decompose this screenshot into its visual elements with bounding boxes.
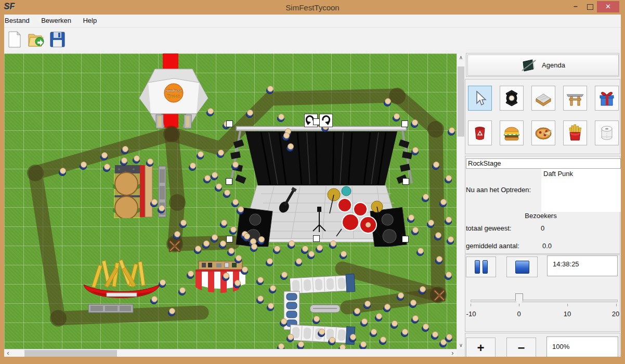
burger-icon [502, 124, 521, 142]
new-file-button[interactable] [5, 30, 24, 49]
visitors-avg-value: 0.0 [542, 242, 552, 250]
trashcan-icon [471, 124, 489, 142]
burger-stand-object[interactable] [111, 165, 172, 218]
tool-fries-button[interactable] [563, 120, 587, 145]
dirt-path[interactable] [172, 134, 178, 244]
burger-left-bottom [113, 196, 140, 218]
pause-icon [483, 260, 488, 274]
selection-handle[interactable] [402, 178, 409, 185]
spotlight-icon [503, 89, 520, 107]
close-button[interactable]: ✕ [597, 1, 619, 12]
tool-trashcan-button[interactable] [468, 120, 492, 145]
slider-tick [471, 304, 471, 306]
stop-button[interactable] [506, 257, 538, 277]
menu-help[interactable]: Help [78, 15, 101, 26]
rotate-right-button[interactable] [319, 114, 333, 127]
window-border-bottom [0, 357, 625, 364]
entrance-gate-icon [566, 89, 584, 107]
visitors-total-label: totaal geweest: [466, 224, 511, 232]
speaker-left [236, 207, 272, 247]
minus-icon: − [517, 342, 525, 354]
visitors-avg-label: gemiddeld aantal: [466, 242, 519, 250]
visitors-total-value: 0 [541, 224, 544, 232]
selection-handle[interactable] [313, 118, 320, 125]
tool-pizza-button[interactable] [531, 120, 555, 145]
dirt-path[interactable] [347, 295, 438, 307]
new-file-icon [6, 30, 23, 49]
pause-button[interactable] [466, 257, 496, 277]
clock-display: 14:38:25 [547, 255, 618, 276]
stage-name-input[interactable]: RockStage [466, 158, 621, 169]
fries-stand-object[interactable] [80, 259, 164, 317]
path-junction [389, 88, 406, 104]
now-playing-value: Daft Punk [541, 169, 621, 212]
tool-spotlight-button[interactable] [500, 86, 524, 111]
rotate-right-icon [320, 114, 331, 126]
vertical-scrollbar[interactable]: ∧ ∨ [457, 53, 465, 349]
scrollbar-corner [457, 349, 465, 357]
selection-handle[interactable] [226, 236, 233, 242]
minimize-button[interactable]: – [568, 1, 583, 12]
maximize-button[interactable] [582, 1, 598, 12]
zoom-level-display: 100% [546, 336, 618, 358]
selection-handle[interactable] [401, 120, 408, 127]
tool-path-button[interactable] [531, 86, 555, 111]
tool-entrance-button[interactable] [563, 86, 587, 111]
scroll-right-icon[interactable]: › [449, 349, 457, 357]
titlebar[interactable]: SF SimFestTycoon – ✕ [0, 0, 625, 15]
open-file-icon [27, 30, 45, 49]
tool-burger-button[interactable] [500, 120, 524, 145]
save-button[interactable] [48, 30, 67, 49]
vertical-scrollbar-thumb[interactable] [458, 66, 464, 137]
dirt-path[interactable] [175, 242, 233, 244]
selection-handle[interactable] [402, 236, 409, 242]
festival-canvas[interactable]: SimFest Tycoon [4, 53, 457, 349]
toilet-block-object[interactable] [280, 272, 358, 345]
slider-label-max: 20 [612, 310, 619, 318]
window-border-right [621, 15, 625, 364]
market-tent-object[interactable] [196, 260, 245, 294]
slider-label-10: 10 [564, 310, 571, 318]
horizontal-scrollbar-thumb[interactable] [24, 350, 117, 357]
slider-tick [616, 304, 617, 306]
menu-bestand[interactable]: Bestand [0, 15, 34, 26]
pizza-icon [534, 124, 553, 142]
windmill-sign-1[interactable] [167, 239, 182, 253]
window-border-left [0, 15, 4, 364]
zoom-out-button[interactable]: − [506, 338, 536, 358]
open-file-button[interactable] [27, 30, 45, 49]
tool-select-button[interactable] [468, 86, 492, 111]
now-playing-label: Nu aan het Optreden: [466, 186, 531, 194]
cursor-icon [472, 90, 488, 106]
selection-handle[interactable] [226, 120, 233, 127]
toolbar [0, 28, 625, 50]
toilet-roll-icon [598, 124, 616, 142]
visitors-header: Bezoekers [484, 212, 598, 220]
save-icon [49, 30, 66, 49]
pause-icon [475, 260, 480, 274]
scroll-left-icon[interactable]: ‹ [4, 349, 12, 357]
menu-bewerken[interactable]: Bewerken [36, 15, 76, 26]
slider-label-0: 0 [517, 310, 520, 318]
speed-slider-track[interactable] [471, 300, 618, 302]
tool-gift-button[interactable] [595, 86, 619, 111]
path-junction [427, 121, 444, 138]
scroll-down-icon[interactable]: ∨ [457, 341, 465, 349]
menubar: Bestand Bewerken Help [0, 15, 625, 28]
stage-object[interactable] [230, 121, 413, 247]
svg-text:Tycoon: Tycoon [167, 94, 180, 98]
gift-icon [597, 89, 616, 107]
agenda-book-icon [521, 59, 537, 72]
entrance-tent-object[interactable]: SimFest Tycoon [135, 63, 212, 129]
stop-icon [515, 261, 529, 274]
scroll-up-icon[interactable]: ∧ [457, 53, 465, 61]
tool-toiletroll-button[interactable] [595, 120, 619, 145]
horizontal-scrollbar[interactable]: ‹ › [4, 349, 457, 357]
agenda-button[interactable]: Agenda [467, 55, 619, 76]
agenda-label: Agenda [542, 61, 565, 69]
selection-handle[interactable] [226, 178, 232, 185]
simfest-logo [164, 84, 183, 102]
windmill-sign-2[interactable] [432, 288, 447, 303]
zoom-in-button[interactable]: + [466, 338, 496, 358]
selection-handle[interactable] [313, 235, 320, 242]
